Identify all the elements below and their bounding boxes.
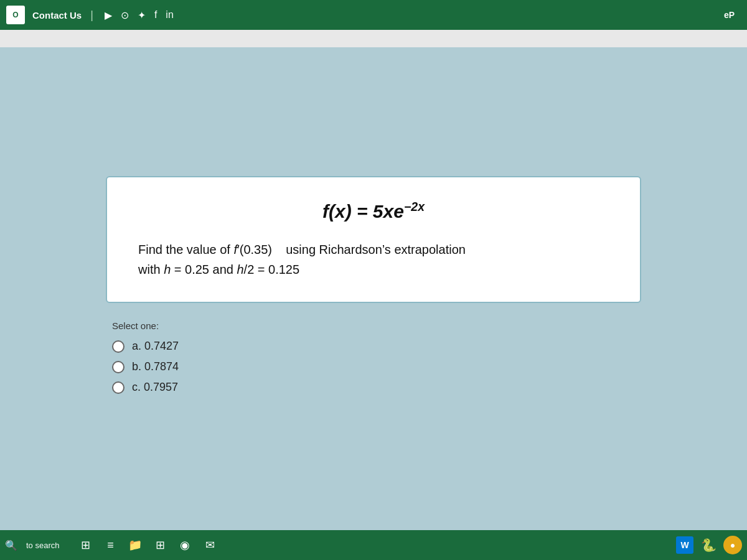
browser-icon[interactable]: ◉ bbox=[175, 535, 195, 555]
taskbar-right-icons: W 🐍 ● bbox=[676, 535, 742, 555]
taskbar: 🔍 to search ⊞ ≡ 📁 ⊞ ◉ ✉ W 🐍 ● bbox=[0, 530, 747, 560]
answer-section: Select one: a. 0.7427 b. 0.7874 c. 0.795… bbox=[106, 320, 641, 401]
start-button[interactable]: ⊞ bbox=[75, 535, 95, 555]
user-avatar[interactable]: ● bbox=[723, 536, 742, 554]
option-a-radio[interactable] bbox=[112, 340, 125, 353]
social-icons: ▶ ⊙ ✦ f in bbox=[105, 9, 174, 21]
word-icon[interactable]: W bbox=[676, 536, 693, 554]
python-icon[interactable]: 🐍 bbox=[698, 535, 718, 555]
instagram-icon[interactable]: ⊙ bbox=[121, 9, 129, 21]
option-b-label: b. 0.7874 bbox=[132, 360, 179, 373]
option-c-item[interactable]: c. 0.7957 bbox=[112, 381, 641, 394]
file-explorer-icon[interactable]: 📁 bbox=[125, 535, 145, 555]
linkedin-icon[interactable]: in bbox=[166, 9, 173, 21]
option-c-radio[interactable] bbox=[112, 381, 125, 394]
contact-us-link[interactable]: Contact Us bbox=[32, 10, 82, 21]
ep-label: eP bbox=[724, 10, 741, 20]
facebook-icon[interactable]: f bbox=[154, 9, 157, 21]
task-view-icon[interactable]: ≡ bbox=[100, 535, 120, 555]
option-b-radio[interactable] bbox=[112, 361, 125, 373]
question-line2: with h = 0.25 and h/2 = 0.125 bbox=[138, 263, 299, 276]
question-line1: Find the value of f′(0.35) using Richard… bbox=[138, 243, 466, 256]
search-label[interactable]: to search bbox=[26, 541, 59, 550]
twitter-icon[interactable]: ✦ bbox=[138, 9, 146, 21]
formula: f(x) = 5xe−2x bbox=[138, 200, 609, 222]
formula-text: f(x) = 5xe−2x bbox=[322, 201, 425, 222]
question-card: f(x) = 5xe−2x Find the value of f′(0.35)… bbox=[106, 176, 641, 303]
option-c-label: c. 0.7957 bbox=[132, 381, 178, 394]
option-a-item[interactable]: a. 0.7427 bbox=[112, 340, 641, 353]
mail-icon[interactable]: ✉ bbox=[200, 535, 220, 555]
question-text: Find the value of f′(0.35) using Richard… bbox=[138, 240, 609, 279]
taskbar-app-icons: ⊞ ≡ 📁 ⊞ ◉ ✉ bbox=[75, 535, 220, 555]
youtube-icon[interactable]: ▶ bbox=[105, 9, 112, 21]
main-content: f(x) = 5xe−2x Find the value of f′(0.35)… bbox=[0, 47, 747, 530]
option-a-label: a. 0.7427 bbox=[132, 340, 179, 353]
option-b-item[interactable]: b. 0.7874 bbox=[112, 360, 641, 373]
select-one-label: Select one: bbox=[112, 320, 641, 331]
top-navigation-bar: O Contact Us | ▶ ⊙ ✦ f in eP bbox=[0, 0, 747, 30]
secondary-bar bbox=[0, 30, 747, 47]
search-icon[interactable]: 🔍 bbox=[5, 539, 17, 551]
nav-divider: | bbox=[90, 9, 93, 22]
grid-icon[interactable]: ⊞ bbox=[150, 535, 170, 555]
logo: O bbox=[6, 6, 25, 24]
